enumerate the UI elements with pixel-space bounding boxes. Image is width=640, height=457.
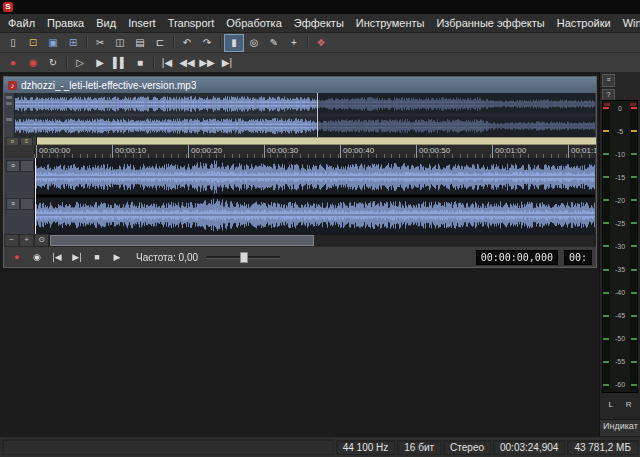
meter-tick-right [631, 269, 637, 271]
selection-time-display[interactable]: 00: [564, 250, 592, 265]
meter-scale-row: -35 [603, 266, 637, 274]
app-logo-icon[interactable]: S [3, 2, 13, 12]
menu-item[interactable]: Insert [122, 16, 162, 30]
document-window: ♪ dzhozzi_-_leti-leti-effective-version.… [3, 76, 597, 268]
status-cell: 16 бит [397, 440, 441, 455]
selection-strip[interactable] [37, 137, 596, 145]
meter-db-label: -35 [609, 266, 631, 273]
save-button[interactable]: ▣ [43, 34, 63, 52]
main-waveform[interactable] [35, 158, 595, 234]
save-as-button[interactable]: ⊞ [63, 34, 83, 52]
plugin-chainer-button[interactable]: ❖ [311, 34, 331, 52]
doc-go-start-button[interactable]: |◀ [48, 249, 66, 266]
meter-db-label: -55 [609, 358, 631, 365]
loop-playback-button[interactable]: ↻ [43, 54, 63, 72]
scrub-slider[interactable] [206, 251, 280, 263]
ruler-major-tick [568, 145, 569, 158]
meter-db-label: -25 [609, 220, 631, 227]
meter-channel-labels: LR [602, 400, 638, 409]
horizontal-scrollbar[interactable] [49, 234, 596, 247]
meter-scale-row: -20 [603, 196, 637, 204]
menu-item[interactable]: Transport [162, 16, 221, 30]
app-titlebar[interactable]: S [0, 0, 640, 14]
new-file-button[interactable]: ▯ [3, 34, 23, 52]
channel-2-controls-button[interactable]: ≡ [6, 198, 20, 210]
ruler-area[interactable]: 00:00:00 00:00:10 00:00:20 00:00:30 [34, 145, 596, 158]
channel-1-solo-button[interactable] [20, 160, 34, 172]
meter-scale-row: 0 [603, 104, 637, 112]
overview-waveform[interactable] [15, 93, 595, 137]
meter-db-label: -10 [609, 151, 631, 158]
play-all-button[interactable]: ▷ [70, 54, 90, 72]
paste-button[interactable]: ▤ [130, 34, 150, 52]
go-to-start-button[interactable]: |◀ [157, 54, 177, 72]
menu-item[interactable]: Файл [2, 16, 41, 30]
meter-tick-right [631, 245, 637, 247]
level-meter[interactable]: 0 -5 -10 -15 [602, 100, 638, 393]
zoom-in-button[interactable]: + [19, 234, 34, 247]
workspace: ♪ dzhozzi_-_leti-leti-effective-version.… [0, 72, 640, 437]
redo-button[interactable]: ↷ [197, 34, 217, 52]
channel-2-solo-button[interactable] [20, 198, 34, 210]
menu-item[interactable]: Инструменты [350, 16, 431, 30]
slider-thumb[interactable] [240, 252, 248, 263]
forward-button[interactable]: ▶▶ [197, 54, 217, 72]
zoom-out-button[interactable]: − [4, 234, 19, 247]
scroll-row: −+⊙ [4, 234, 596, 246]
channel-gutter: ≡ ≡ [4, 158, 35, 234]
menu-item[interactable]: Избранные эффекты [430, 16, 550, 30]
menu-item[interactable]: Вид [90, 16, 122, 30]
document-titlebar[interactable]: ♪ dzhozzi_-_leti-leti-effective-version.… [4, 77, 596, 93]
trim-button[interactable]: ⊏ [150, 34, 170, 52]
doc-stop-button[interactable]: ■ [88, 249, 106, 266]
meter-db-label: -15 [609, 174, 631, 181]
status-cell: Стерео [443, 440, 491, 455]
meter-panel-title: Индикат [600, 419, 640, 437]
edit-tool-button[interactable]: ▮ [224, 34, 244, 52]
record-button[interactable]: ● [3, 54, 23, 72]
meter-scale-row: -15 [603, 173, 637, 181]
stop-button[interactable]: ■ [130, 54, 150, 72]
undo-button[interactable]: ↶ [177, 34, 197, 52]
doc-play-button[interactable]: ▶ [108, 249, 126, 266]
loop-record-button[interactable]: ◉ [23, 54, 43, 72]
copy-button[interactable]: ◫ [110, 34, 130, 52]
toolbar-separator [173, 36, 174, 49]
document-transport-bar: ●◉|◀▶|■▶ Частота: 0,00 00:00:00,000 00: [4, 246, 596, 267]
pause-button[interactable]: ▌▌ [110, 54, 130, 72]
cut-button[interactable]: ✂ [90, 34, 110, 52]
overview-gutter [4, 93, 15, 137]
meter-db-label: -20 [609, 197, 631, 204]
magnify-tool-button[interactable]: ◎ [244, 34, 264, 52]
document-title: dzhozzi_-_leti-leti-effective-version.mp… [21, 80, 196, 91]
meter-menu-button[interactable]: ≡ [602, 74, 615, 87]
channel-1-controls-button[interactable]: ≡ [6, 160, 20, 172]
scrollbar-thumb[interactable] [50, 235, 314, 246]
toolbar-separator [153, 56, 154, 69]
toolbar-separator [307, 36, 308, 49]
doc-transport-buttons: ●◉|◀▶|■▶ [8, 249, 126, 266]
rewind-button[interactable]: ◀◀ [177, 54, 197, 72]
go-to-end-button[interactable]: ▶| [217, 54, 237, 72]
toolbar-separator [66, 56, 67, 69]
marker-tool-button[interactable]: + [284, 34, 304, 52]
meter-db-label: -50 [609, 335, 631, 342]
meter-db-label: -5 [609, 128, 631, 135]
doc-go-end-button[interactable]: ▶| [68, 249, 86, 266]
meter-header: ≡? [602, 74, 615, 102]
play-button[interactable]: ▶ [90, 54, 110, 72]
menu-item[interactable]: Эффекты [288, 16, 350, 30]
doc-loop-button[interactable]: ◉ [28, 249, 46, 266]
meter-tick-right [631, 384, 637, 386]
menu-item[interactable]: Правка [41, 16, 90, 30]
ruler-major-tick [112, 145, 113, 158]
ruler-major-tick [264, 145, 265, 158]
pencil-tool-button[interactable]: ✎ [264, 34, 284, 52]
open-file-button[interactable]: ⊡ [23, 34, 43, 52]
menu-item[interactable]: Обработка [220, 16, 287, 30]
menu-item[interactable]: Window [617, 16, 640, 30]
zoom-selection-button[interactable]: ⊙ [34, 234, 49, 247]
time-display[interactable]: 00:00:00,000 [476, 250, 558, 265]
menu-item[interactable]: Настройки [551, 16, 617, 30]
doc-record-button[interactable]: ● [8, 249, 26, 266]
